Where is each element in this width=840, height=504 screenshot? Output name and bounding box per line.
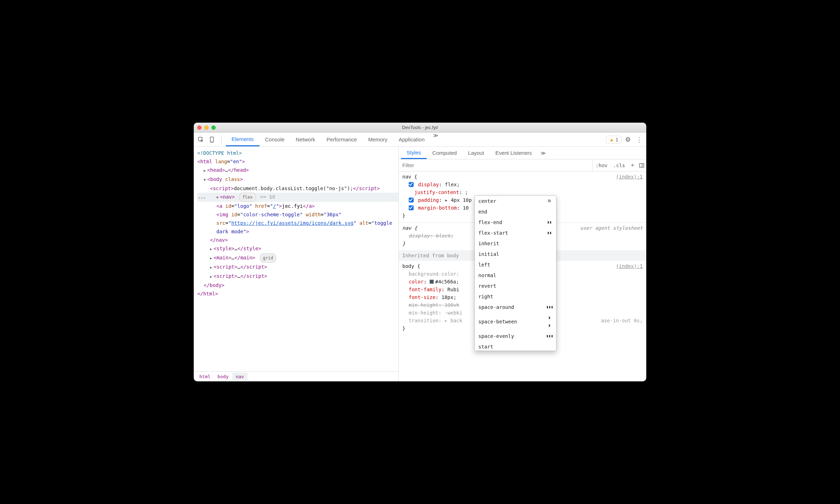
expand-caret-icon[interactable] [210,273,214,279]
rule-source-ua: user agent stylesheet [580,224,643,232]
toolbar-divider [221,136,222,143]
expand-caret-icon[interactable] [210,264,214,270]
window-titlebar: DevTools - jec.fyi/ [194,123,646,133]
color-swatch-icon[interactable] [430,280,434,284]
expand-caret-icon[interactable] [204,167,207,173]
autocomplete-item[interactable]: left [475,259,556,270]
dom-line[interactable]: <body class> [197,175,398,184]
tab-network[interactable]: Network [290,133,321,146]
styles-tabs: Styles Computed Layout Event Listeners ≫ [399,147,646,159]
autocomplete-item[interactable]: normal [475,270,556,281]
svg-point-2 [212,141,212,141]
dom-line[interactable]: <main>…</main> grid [197,253,398,263]
styles-list[interactable]: (index):1 nav { display: flex; justify-c… [399,171,646,381]
main-toolbar: Elements Console Network Performance Mem… [194,133,646,147]
tab-application[interactable]: Application [393,133,430,146]
rtab-event-listeners[interactable]: Event Listeners [490,147,537,159]
maximize-window-button[interactable] [211,125,216,130]
autocomplete-item[interactable]: start [475,341,556,351]
dom-line[interactable]: <nav> flex == $0 [197,193,398,202]
close-window-button[interactable] [197,125,202,130]
autocomplete-item[interactable]: right [475,291,556,302]
new-rule-plus-icon[interactable]: ＋ [628,162,637,169]
checkbox-icon[interactable] [409,198,414,203]
autocomplete-item[interactable]: flex-end▮▮ [475,217,556,228]
dom-line[interactable]: <style>…</style> [197,244,398,253]
dom-line[interactable]: <!DOCTYPE html> [197,149,398,157]
dom-line[interactable]: <script>…</script> [197,272,398,281]
dom-line[interactable]: <img id="color-scheme-toggle" width="36p… [197,210,398,236]
tab-elements[interactable]: Elements [226,133,259,146]
filter-bar: :hov .cls ＋ [399,159,646,171]
dom-tree[interactable]: <!DOCTYPE html><html lang="en"><head>…</… [194,147,398,371]
expand-caret-icon[interactable] [204,176,207,182]
settings-gear-icon[interactable]: ⚙ [623,135,633,145]
dom-line[interactable]: </nav> [197,236,398,244]
window-title: DevTools - jec.fyi/ [194,125,646,130]
checkbox-icon[interactable] [409,205,414,210]
minimize-window-button[interactable] [204,125,209,130]
dom-line[interactable]: </html> [197,289,398,298]
autocomplete-item[interactable]: space-evenly▮▮▮ [475,331,556,341]
prop-display[interactable]: display: flex; [402,181,643,188]
rtab-styles[interactable]: Styles [401,147,427,159]
styles-panel: Styles Computed Layout Event Listeners ≫… [399,147,646,381]
main-tabs: Elements Console Network Performance Mem… [226,133,438,146]
autocomplete-item[interactable]: space-between▮ ▮ [475,312,556,331]
autocomplete-item[interactable]: flex-start▮▮ [475,228,556,238]
kebab-menu-icon[interactable]: ⋮ [634,135,644,145]
devtools-window: DevTools - jec.fyi/ Elements Console Net… [194,123,646,381]
dom-line[interactable]: <head>…</head> [197,166,398,175]
filter-input[interactable] [399,159,593,171]
expand-caret-icon[interactable] [210,255,214,260]
tab-memory[interactable]: Memory [362,133,393,146]
rule-source-link[interactable]: (index):1 [616,173,643,181]
warnings-count: 1 [616,137,618,142]
autocomplete-dropdown[interactable]: center⧉endflex-end▮▮flex-start▮▮inheriti… [474,195,556,351]
rule-selector[interactable]: nav { [402,173,643,181]
rule-source-link[interactable]: (index):1 [616,262,643,270]
main-content: <!DOCTYPE html><html lang="en"><head>…</… [194,147,646,381]
dom-line[interactable]: </body> [197,281,398,289]
autocomplete-item[interactable]: inherit [475,238,556,249]
crumb-html[interactable]: html [196,373,214,381]
autocomplete-item[interactable]: space-around▮▮▮ [475,302,556,312]
styles-more-chevron-icon[interactable]: ≫ [541,150,546,156]
inspect-element-icon[interactable] [196,135,206,145]
prop-justify-content[interactable]: justify-content: ; [402,188,643,196]
checkbox-icon[interactable] [409,182,414,187]
dom-line[interactable]: <script>…</script> [197,263,398,272]
autocomplete-item[interactable]: end [475,206,556,217]
dom-line[interactable]: <a id="logo" href="/">jec.fyi</a> [197,202,398,210]
expand-caret-icon[interactable] [216,194,220,200]
device-toggle-icon[interactable] [207,135,217,145]
dom-line[interactable]: <script>document.body.classList.toggle("… [197,184,398,193]
autocomplete-item[interactable]: center⧉ [475,196,556,206]
autocomplete-item[interactable]: initial [475,249,556,259]
crumb-body[interactable]: body [214,373,232,381]
breadcrumb-bar: html body nav [194,371,398,381]
expand-caret-icon[interactable] [210,246,214,251]
warning-icon: ▲ [609,137,614,142]
traffic-lights [197,125,216,130]
rtab-computed[interactable]: Computed [427,147,462,159]
elements-panel: <!DOCTYPE html><html lang="en"><head>…</… [194,147,399,381]
svg-rect-3 [640,163,644,167]
more-tabs-chevron-icon[interactable]: ≫ [433,133,438,146]
crumb-nav[interactable]: nav [232,373,247,381]
hov-toggle[interactable]: :hov [593,163,611,168]
tab-performance[interactable]: Performance [321,133,363,146]
rtab-layout[interactable]: Layout [462,147,490,159]
cls-toggle[interactable]: .cls [610,163,628,168]
tab-console[interactable]: Console [259,133,290,146]
autocomplete-item[interactable]: revert [475,281,556,291]
panel-layout-icon[interactable] [637,163,646,168]
warnings-badge[interactable]: ▲ 1 [606,136,622,143]
dom-line[interactable]: <html lang="en"> [197,157,398,166]
